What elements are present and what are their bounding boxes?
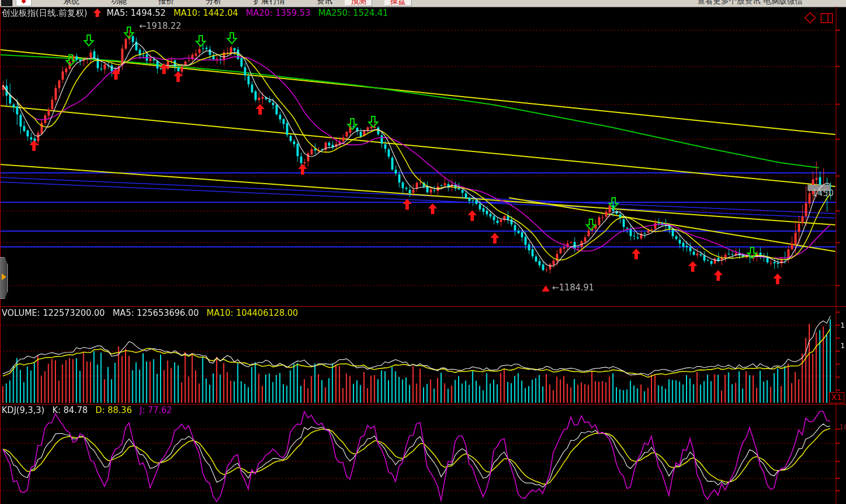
volume-label: VOLUME: 122573200.00 xyxy=(2,308,105,318)
menu-item-analysis[interactable]: 分析 xyxy=(206,0,222,6)
ma5-label: MA5: 1494.52 xyxy=(106,8,166,18)
kdj-k-label: K: 84.78 xyxy=(52,405,88,415)
last-price-label: 1450 xyxy=(812,188,834,198)
kdj-axis-label: 10 xyxy=(839,423,846,431)
volume-axis-label-mid: 1 xyxy=(840,341,845,350)
menu-item-quotes[interactable]: 报价 xyxy=(158,0,174,6)
kdj-header: KDJ(9,3,3) K: 84.78 D: 88.36 J: 77.62 xyxy=(2,405,177,415)
volume-ma10-label: MA10: 104406128.00 xyxy=(206,308,298,318)
volume-header: VOLUME: 122573200.00 MA5: 125653696.00 M… xyxy=(2,308,303,318)
ma10-label: MA10: 1442.04 xyxy=(174,8,238,18)
menu-hot-button-2[interactable]: 操盘 xyxy=(385,0,412,6)
menu-item-system[interactable]: 系统 xyxy=(63,0,79,6)
trading-terminal-window: ◆ 系统 功能 报价 分析 扩展行情 资讯 预测 操盘 查看更多个股资讯 电脑版… xyxy=(0,0,846,504)
menu-item-extended-quotes[interactable]: 扩展行情 xyxy=(253,0,285,6)
volume-ma5-label: MA5: 125653696.00 xyxy=(113,308,198,318)
panel-expand-handle[interactable] xyxy=(0,257,8,299)
kdj-params-label: KDJ(9,3,3) xyxy=(2,405,45,415)
menu-right-text[interactable]: 查看更多个股资讯 电脑版微信 xyxy=(697,0,802,6)
app-logo-icon[interactable]: ◆ xyxy=(16,0,32,6)
kdj-chart[interactable] xyxy=(0,404,846,504)
low-price-annotation: ←1184.91 xyxy=(552,283,594,293)
main-chart-header: 创业板指(日线.前复权)MA5: 1494.52 MA10: 1442.04 M… xyxy=(2,8,393,19)
kdj-d-label: D: 88.36 xyxy=(96,405,132,415)
kdj-j-label: J: 77.62 xyxy=(140,405,172,415)
up-arrow-icon xyxy=(93,8,101,17)
expand-arrow-icon xyxy=(2,273,6,280)
split-window-icon[interactable] xyxy=(821,13,833,23)
menu-item-news[interactable]: 资讯 xyxy=(317,0,333,6)
ma250-label: MA250: 1524.41 xyxy=(318,8,389,18)
ma20-label: MA20: 1359.53 xyxy=(246,8,310,18)
main-candlestick-chart[interactable] xyxy=(0,6,846,306)
window-logo-icon[interactable] xyxy=(1,0,12,6)
volume-chart[interactable] xyxy=(0,306,846,404)
high-price-annotation: ←1918.22 xyxy=(139,21,182,31)
symbol-title: 创业板指(日线.前复权) xyxy=(2,8,87,18)
volume-axis-label-top: 1 xyxy=(840,321,845,329)
menu-hot-button-1[interactable]: 预测 xyxy=(345,0,372,6)
menu-item-function[interactable]: 功能 xyxy=(111,0,127,6)
volume-scale-badge: X1 xyxy=(829,392,844,403)
